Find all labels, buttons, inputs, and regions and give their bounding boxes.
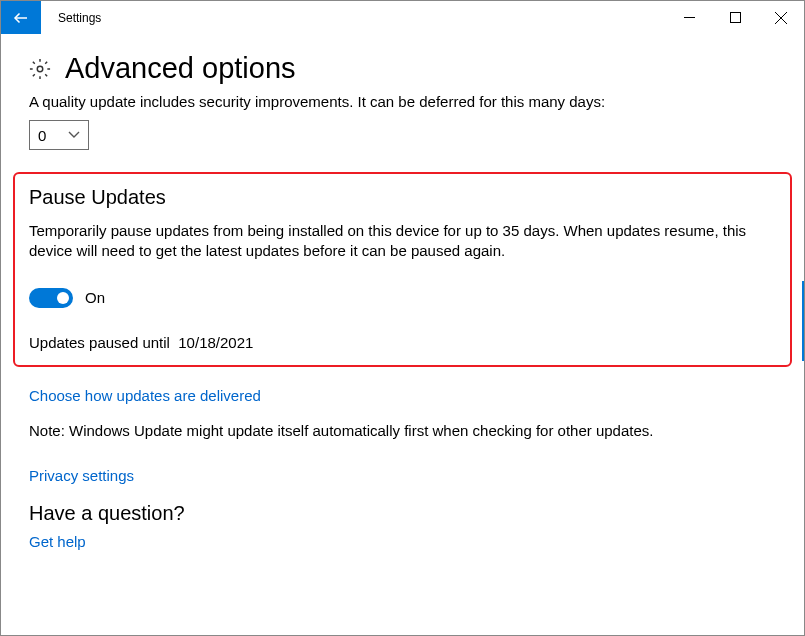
gear-icon <box>29 58 51 80</box>
close-button[interactable] <box>758 1 804 34</box>
pause-description: Temporarily pause updates from being ins… <box>29 221 776 262</box>
defer-days-value: 0 <box>38 127 46 144</box>
quality-update-text: A quality update includes security impro… <box>29 93 776 110</box>
chevron-down-icon <box>68 131 80 139</box>
window-title: Settings <box>58 11 101 25</box>
paused-until-text: Updates paused until 10/18/2021 <box>29 334 776 351</box>
pause-toggle-label: On <box>85 289 105 306</box>
page-title: Advanced options <box>65 52 296 85</box>
titlebar: Settings <box>1 1 804 34</box>
pause-toggle-row: On <box>29 288 776 308</box>
defer-days-select[interactable]: 0 <box>29 120 89 150</box>
svg-rect-2 <box>730 13 740 23</box>
svg-rect-1 <box>684 17 695 18</box>
minimize-button[interactable] <box>666 1 712 34</box>
get-help-link[interactable]: Get help <box>29 533 776 550</box>
page-header: Advanced options <box>29 52 776 85</box>
delivery-link[interactable]: Choose how updates are delivered <box>29 387 776 404</box>
pause-heading: Pause Updates <box>29 186 776 209</box>
question-heading: Have a question? <box>29 502 776 525</box>
back-button[interactable] <box>1 1 41 34</box>
update-note: Note: Windows Update might update itself… <box>29 422 776 439</box>
svg-point-5 <box>37 66 43 72</box>
window-controls <box>666 1 804 34</box>
pause-toggle[interactable] <box>29 288 73 308</box>
content-area: Advanced options A quality update includ… <box>1 34 804 550</box>
maximize-button[interactable] <box>712 1 758 34</box>
privacy-link[interactable]: Privacy settings <box>29 467 776 484</box>
toggle-knob <box>57 292 69 304</box>
pause-updates-section: Pause Updates Temporarily pause updates … <box>13 172 792 367</box>
